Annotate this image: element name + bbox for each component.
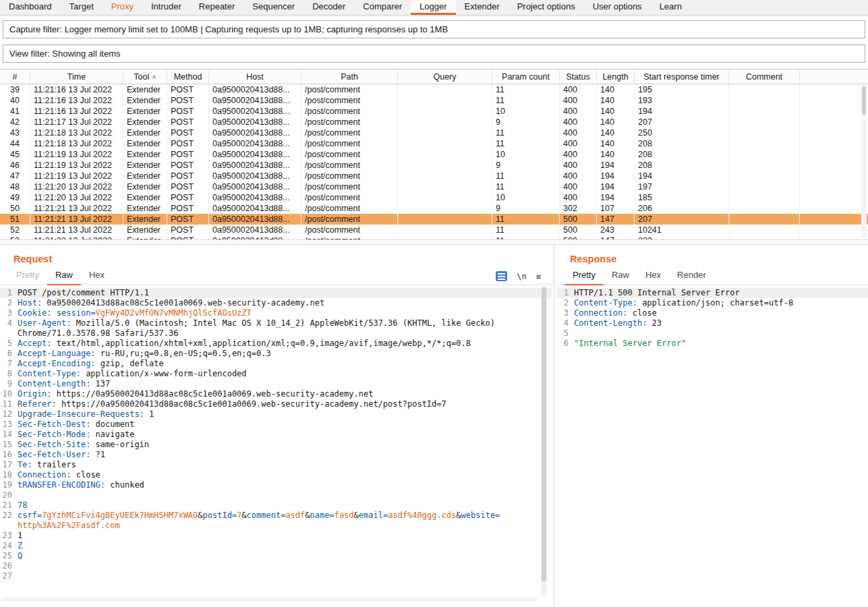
- request-tab-raw[interactable]: Raw: [47, 270, 81, 285]
- table-cell: /post/comment: [301, 106, 398, 117]
- menu-tab-extender[interactable]: Extender: [456, 0, 509, 15]
- table-cell: 232: [635, 235, 729, 239]
- horizontal-splitter[interactable]: [0, 239, 868, 245]
- table-row[interactable]: 5311:21:22 13 Jul 2022ExtenderPOST0a9500…: [0, 235, 868, 239]
- table-row[interactable]: 3911:21:16 13 Jul 2022ExtenderPOST0a9500…: [0, 84, 868, 95]
- table-cell: 194: [597, 181, 635, 192]
- col-header-comment[interactable]: Comment: [729, 69, 800, 84]
- view-filter-bar[interactable]: View filter: Showing all items: [3, 45, 865, 63]
- table-row[interactable]: 4411:21:18 13 Jul 2022ExtenderPOST0a9500…: [0, 138, 868, 149]
- col-header-method[interactable]: Method: [167, 69, 209, 84]
- table-row[interactable]: 4511:21:19 13 Jul 2022ExtenderPOST0a9500…: [0, 149, 868, 160]
- response-editor[interactable]: 1HTTP/1.1 500 Internal Server Error2Cont…: [556, 285, 868, 603]
- table-cell: 147: [597, 214, 635, 225]
- table-cell: [729, 214, 800, 225]
- table-cell: 53: [0, 235, 30, 239]
- table-cell: 46: [0, 160, 30, 171]
- menu-tab-decoder[interactable]: Decoder: [303, 0, 354, 15]
- table-cell: /post/comment: [301, 84, 398, 95]
- table-row[interactable]: 4311:21:18 13 Jul 2022ExtenderPOST0a9500…: [0, 127, 868, 138]
- response-tab-pretty[interactable]: Pretty: [565, 270, 604, 285]
- table-row[interactable]: 4711:21:19 13 Jul 2022ExtenderPOST0a9500…: [0, 171, 868, 181]
- request-tabs: PrettyRawHex \n≡: [0, 268, 552, 285]
- col-header-label: Host: [246, 72, 264, 82]
- line-text: Q: [18, 551, 22, 561]
- menu-tab-comparer[interactable]: Comparer: [354, 0, 411, 15]
- table-cell: 0a9500020413d88...: [209, 192, 301, 203]
- table-row[interactable]: 4911:21:20 13 Jul 2022ExtenderPOST0a9500…: [0, 192, 868, 203]
- menu-icon[interactable]: ≡: [536, 272, 541, 281]
- code-line: 20: [0, 490, 552, 500]
- table-scrollbar[interactable]: [861, 85, 867, 238]
- menu-tab-repeater[interactable]: Repeater: [190, 0, 243, 15]
- table-cell: 0a9500020413d88...: [209, 127, 301, 138]
- request-scrollbar[interactable]: [541, 287, 547, 596]
- table-row[interactable]: 4011:21:16 13 Jul 2022ExtenderPOST0a9500…: [0, 95, 868, 106]
- newline-icon[interactable]: \n: [517, 272, 526, 281]
- menu-tab-project-options[interactable]: Project options: [509, 0, 584, 15]
- table-cell: 140: [597, 138, 635, 149]
- table-cell: 400: [560, 95, 597, 106]
- line-text: Sec-Fetch-User: ?1: [18, 450, 105, 460]
- col-header-param-count[interactable]: Param count: [492, 69, 560, 84]
- table-cell: [729, 138, 800, 149]
- menu-tab-learn[interactable]: Learn: [651, 0, 691, 15]
- line-number: 25: [0, 551, 18, 561]
- table-cell: 140: [597, 127, 635, 138]
- code-line: 12Upgrade-Insecure-Requests: 1: [0, 409, 552, 420]
- vertical-splitter[interactable]: [552, 245, 556, 607]
- table-row[interactable]: 4211:21:17 13 Jul 2022ExtenderPOST0a9500…: [0, 117, 868, 127]
- code-line: 18Connection: close: [0, 470, 552, 480]
- col-header-host[interactable]: Host: [209, 69, 301, 84]
- table-row[interactable]: 5211:21:21 13 Jul 2022ExtenderPOST0a9500…: [0, 225, 868, 235]
- request-tab-pretty[interactable]: Pretty: [8, 270, 47, 285]
- table-cell: 11:21:19 13 Jul 2022: [30, 160, 123, 171]
- code-line: 6Accept-Language: ru-RU,ru;q=0.8,en-US;q…: [0, 349, 552, 359]
- menu-tab-proxy[interactable]: Proxy: [103, 0, 142, 15]
- col-header-status[interactable]: Status: [560, 69, 597, 84]
- line-number: 24: [0, 541, 18, 551]
- table-cell: 10: [492, 192, 560, 203]
- table-cell: POST: [167, 192, 209, 203]
- request-editor[interactable]: 1POST /post/comment HTTP/1.12Host: 0a950…: [0, 285, 552, 603]
- request-scrollbar-thumb[interactable]: [542, 287, 546, 581]
- code-line: 3Cookie: session=VgFWy4D2vMfON7vMNMhjQlS…: [0, 308, 552, 318]
- response-tab-raw[interactable]: Raw: [604, 270, 637, 285]
- col-header-#[interactable]: #: [0, 69, 30, 84]
- table-cell: [398, 106, 492, 117]
- code-line: 6"Internal Server Error": [556, 339, 868, 349]
- menu-tab-intruder[interactable]: Intruder: [142, 0, 190, 15]
- menu-tab-logger[interactable]: Logger: [411, 0, 455, 15]
- menu-tab-target[interactable]: Target: [61, 0, 103, 15]
- col-header-start-response-timer[interactable]: Start response timer: [635, 69, 729, 84]
- table-row[interactable]: 4611:21:19 13 Jul 2022ExtenderPOST0a9500…: [0, 160, 868, 171]
- code-line: 4User-Agent: Mozilla/5.0 (Macintosh; Int…: [0, 318, 552, 328]
- table-cell: 140: [597, 106, 635, 117]
- table-cell: /post/comment: [301, 95, 398, 106]
- menu-tab-dashboard[interactable]: Dashboard: [0, 0, 61, 15]
- menu-tab-sequencer[interactable]: Sequencer: [243, 0, 303, 15]
- col-header-query[interactable]: Query: [398, 69, 492, 84]
- response-tab-hex[interactable]: Hex: [637, 270, 669, 285]
- table-row[interactable]: 4811:21:20 13 Jul 2022ExtenderPOST0a9500…: [0, 181, 868, 192]
- menu-tab-user-options[interactable]: User options: [584, 0, 651, 15]
- col-header-time[interactable]: Time: [30, 69, 123, 84]
- col-header-tool[interactable]: Tool∧: [123, 69, 167, 84]
- table-cell: 400: [560, 149, 597, 160]
- col-header-length[interactable]: Length: [597, 69, 635, 84]
- table-row[interactable]: 5111:21:21 13 Jul 2022ExtenderPOST0a9500…: [0, 214, 868, 225]
- table-row[interactable]: 4111:21:16 13 Jul 2022ExtenderPOST0a9500…: [0, 106, 868, 117]
- line-number: 3: [556, 308, 574, 318]
- table-cell: [398, 235, 492, 239]
- col-header-path[interactable]: Path: [301, 69, 398, 84]
- request-hscrollbar[interactable]: [1, 597, 538, 602]
- capture-filter-bar[interactable]: Capture filter: Logger memory limit set …: [3, 20, 865, 38]
- table-scrollbar-thumb[interactable]: [862, 86, 866, 115]
- response-tab-render[interactable]: Render: [669, 270, 714, 285]
- table-cell: 0a9500020413d88...: [209, 95, 301, 106]
- request-tab-hex[interactable]: Hex: [81, 270, 113, 285]
- table-cell: 11:21:16 13 Jul 2022: [30, 106, 123, 117]
- format-icon[interactable]: [496, 271, 507, 281]
- table-row[interactable]: 5011:21:21 13 Jul 2022ExtenderPOST0a9500…: [0, 203, 868, 214]
- table-cell: 0a9500020413d88...: [209, 181, 301, 192]
